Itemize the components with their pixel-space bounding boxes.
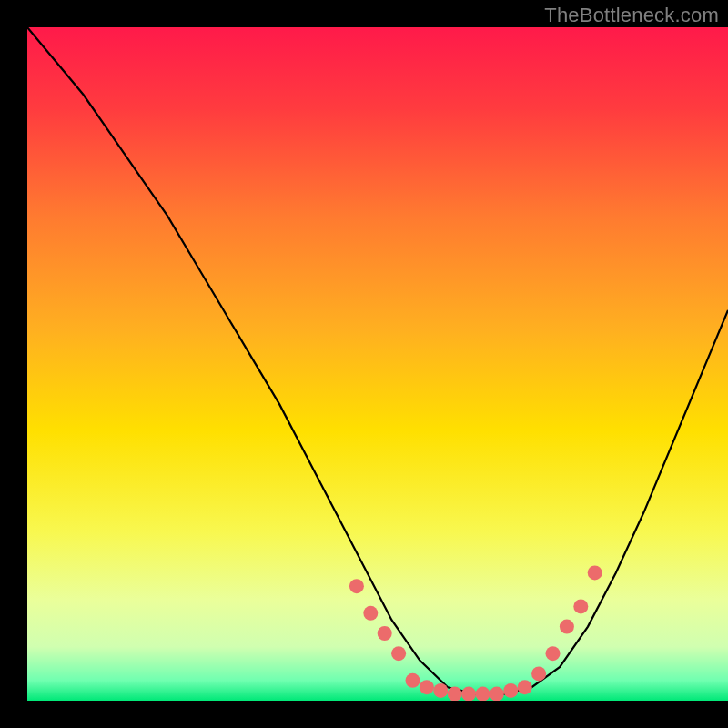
data-marker [573,599,588,613]
data-marker [588,565,602,580]
data-marker [503,683,518,698]
data-marker [461,687,476,702]
data-marker [349,579,364,593]
bottleneck-chart [0,0,728,728]
data-marker [406,673,420,688]
data-marker [448,687,462,702]
data-marker [476,687,490,702]
chart-background [27,27,728,701]
data-marker [363,606,378,621]
data-marker [518,680,532,694]
data-marker [433,683,448,698]
data-marker [391,646,406,661]
watermark-text: TheBottleneck.com [544,4,719,27]
data-marker [378,626,392,641]
data-marker [560,620,574,634]
data-marker [546,646,561,661]
data-marker [531,666,546,681]
data-marker [490,687,504,702]
data-marker [420,680,434,694]
